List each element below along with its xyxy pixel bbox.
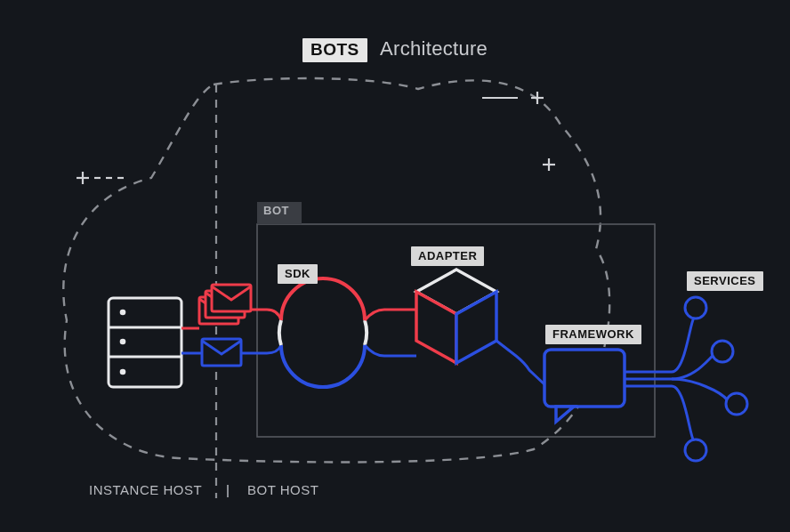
boundary-cloud: [63, 78, 609, 462]
title-text: Architecture: [380, 37, 488, 60]
svg-marker-24: [556, 407, 574, 422]
svg-point-29: [712, 341, 733, 362]
framework-icon: [544, 350, 625, 422]
svg-rect-18: [212, 285, 251, 311]
svg-point-28: [685, 297, 706, 318]
sdk-icon: [279, 278, 367, 387]
framework-label: FRAMEWORK: [545, 325, 641, 344]
lane-label-divider: [227, 485, 229, 497]
svg-point-30: [726, 393, 747, 415]
svg-point-14: [120, 339, 126, 345]
bot-host-label: BOT HOST: [247, 482, 318, 497]
adapter-label: ADAPTER: [411, 246, 484, 266]
adapter-icon: [416, 270, 496, 363]
svg-rect-10: [109, 298, 181, 387]
line-adapter-to-framework: [496, 341, 544, 384]
line-sdk-to-adapter-blue: [365, 345, 416, 356]
decoration-marks: [77, 92, 555, 184]
line-envstack-to-sdk: [251, 310, 281, 320]
title-badge: BOTS: [302, 38, 367, 62]
svg-point-31: [685, 439, 706, 461]
diagram-title: BOTS Architecture: [0, 37, 790, 62]
server-icon: [109, 298, 181, 387]
instance-host-label: INSTANCE HOST: [89, 482, 202, 497]
diagram: BOTS Architecture BOT SDK ADAPTER FRAMEW…: [0, 0, 790, 532]
line-sdk-to-adapter-red: [365, 310, 416, 320]
services-label: SERVICES: [687, 271, 763, 291]
envelope-icon: [202, 339, 241, 366]
svg-point-13: [120, 310, 126, 316]
svg-rect-23: [544, 350, 625, 407]
diagram-canvas: [0, 0, 790, 532]
sdk-label: SDK: [278, 264, 318, 284]
svg-point-15: [120, 369, 126, 375]
svg-rect-19: [202, 339, 241, 366]
envelope-stack-icon: [199, 285, 251, 324]
services-icons: [685, 297, 747, 461]
line-env-to-sdk: [241, 345, 281, 353]
bot-box-label: BOT: [263, 204, 289, 217]
